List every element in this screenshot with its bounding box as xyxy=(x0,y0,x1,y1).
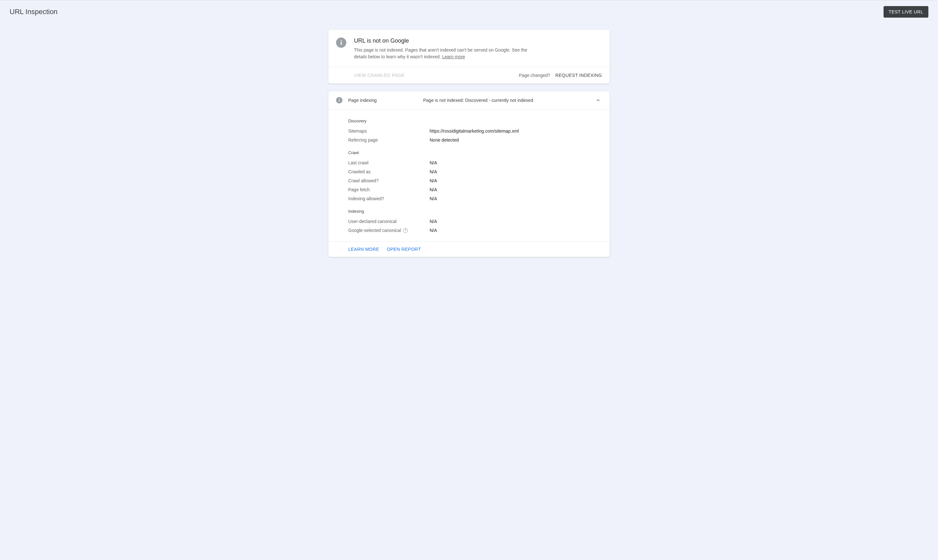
status-card: i URL is not on Google This page is not … xyxy=(328,30,610,84)
status-description-text: This page is not indexed. Pages that are… xyxy=(354,48,527,59)
sitemaps-value: https://rossidigitalmarketing.com/sitema… xyxy=(430,128,519,134)
status-section: i URL is not on Google This page is not … xyxy=(328,30,610,67)
indexing-allowed-row: Indexing allowed? N/A xyxy=(348,194,602,203)
info-icon: i xyxy=(336,97,343,103)
user-canonical-label: User-declared canonical xyxy=(348,219,430,224)
right-actions: Page changed? REQUEST INDEXING xyxy=(519,73,602,78)
panel-body: Discovery Sitemaps https://rossidigitalm… xyxy=(328,109,610,242)
info-icon: i xyxy=(336,37,346,48)
last-crawl-row: Last crawl N/A xyxy=(348,158,602,167)
google-canonical-label: Google-selected canonical ? xyxy=(348,228,430,233)
top-bar: URL Inspection TEST LIVE URL xyxy=(0,0,938,23)
open-report-button[interactable]: OPEN REPORT xyxy=(387,247,421,252)
help-icon[interactable]: ? xyxy=(403,228,408,233)
page-fetch-row: Page fetch N/A xyxy=(348,185,602,194)
crawl-section-title: Crawl xyxy=(348,150,602,155)
status-description: This page is not indexed. Pages that are… xyxy=(354,47,534,60)
page-fetch-value: N/A xyxy=(430,187,437,192)
bottom-actions: LEARN MORE OPEN REPORT xyxy=(328,242,610,257)
crawled-as-row: Crawled as N/A xyxy=(348,167,602,176)
referring-page-row: Referring page None detected xyxy=(348,135,602,145)
google-canonical-row: Google-selected canonical ? N/A xyxy=(348,226,602,235)
status-heading: URL is not on Google xyxy=(354,37,534,44)
page-fetch-label: Page fetch xyxy=(348,187,430,192)
crawl-allowed-row: Crawl allowed? N/A xyxy=(348,176,602,185)
main-container: i URL is not on Google This page is not … xyxy=(328,30,610,257)
learn-more-link[interactable]: Learn more xyxy=(442,54,465,59)
last-crawl-label: Last crawl xyxy=(348,160,430,165)
page-indexing-header[interactable]: i Page indexing Page is not indexed: Dis… xyxy=(328,91,610,109)
page-indexing-card: i Page indexing Page is not indexed: Dis… xyxy=(328,91,610,257)
page-indexing-status: Page is not indexed: Discovered - curren… xyxy=(423,98,595,103)
page-title: URL Inspection xyxy=(9,8,58,16)
crawled-as-label: Crawled as xyxy=(348,169,430,174)
crawl-allowed-value: N/A xyxy=(430,178,437,183)
page-indexing-label: Page indexing xyxy=(348,98,423,103)
user-canonical-value: N/A xyxy=(430,219,437,224)
sitemaps-label: Sitemaps xyxy=(348,128,430,134)
google-canonical-value: N/A xyxy=(430,228,437,233)
actions-row: VIEW CRAWLED PAGE Page changed? REQUEST … xyxy=(328,67,610,84)
request-indexing-button[interactable]: REQUEST INDEXING xyxy=(555,73,602,78)
learn-more-button[interactable]: LEARN MORE xyxy=(348,247,379,252)
status-text: URL is not on Google This page is not in… xyxy=(354,37,534,60)
crawl-allowed-label: Crawl allowed? xyxy=(348,178,430,183)
user-canonical-row: User-declared canonical N/A xyxy=(348,217,602,226)
page-changed-label: Page changed? xyxy=(519,73,550,78)
indexing-allowed-label: Indexing allowed? xyxy=(348,196,430,201)
view-crawled-page-button: VIEW CRAWLED PAGE xyxy=(354,73,404,78)
referring-page-value: None detected xyxy=(430,137,459,143)
sitemaps-row: Sitemaps https://rossidigitalmarketing.c… xyxy=(348,126,602,135)
discovery-section-title: Discovery xyxy=(348,118,602,123)
referring-page-label: Referring page xyxy=(348,137,430,143)
last-crawl-value: N/A xyxy=(430,160,437,165)
indexing-section-title: Indexing xyxy=(348,209,602,214)
chevron-up-icon xyxy=(595,98,601,103)
crawled-as-value: N/A xyxy=(430,169,437,174)
google-canonical-label-text: Google-selected canonical xyxy=(348,228,401,233)
test-live-url-button[interactable]: TEST LIVE URL xyxy=(884,6,929,18)
indexing-allowed-value: N/A xyxy=(430,196,437,201)
